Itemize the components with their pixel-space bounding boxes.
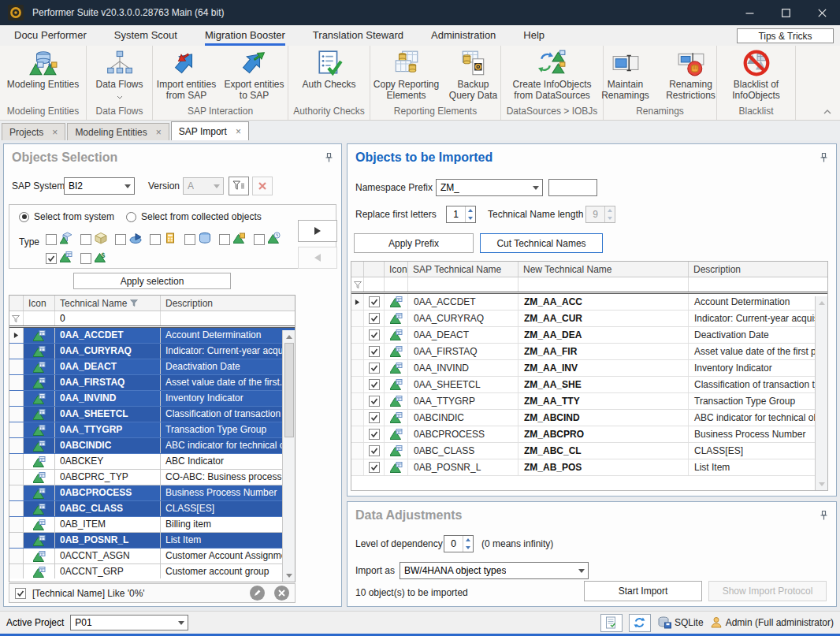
edit-filter-button[interactable] [229, 177, 249, 195]
export-sap-button[interactable]: Export entities to SAP [221, 48, 288, 101]
copy-reporting-button[interactable]: Copy Reporting Elements [370, 48, 444, 101]
type-option-keyfigure[interactable]: $ [80, 251, 115, 266]
scrollbar-thumb[interactable] [284, 343, 294, 437]
minimize-button[interactable] [731, 0, 768, 25]
column-header-description[interactable]: Description [689, 262, 827, 277]
table-row[interactable]: 0ACCNT_ASGNCustomer Account Assignme... [9, 549, 295, 564]
vertical-scrollbar[interactable] [282, 330, 295, 582]
renaming-restrictions-button[interactable]: Renaming Restrictions [657, 48, 725, 101]
table-row[interactable]: 0AA_CURYRAQIndicator: Current-year acqu.… [9, 344, 295, 359]
menu-translation-steward[interactable]: Translation Steward [313, 25, 403, 46]
backup-query-button[interactable]: Backup Query Data [445, 48, 502, 101]
pin-icon[interactable] [820, 152, 828, 166]
apply-selection-button[interactable]: Apply selection [73, 273, 231, 289]
table-row[interactable]: 0ABCPROCESSZM_ABCPROBusiness Process Num… [351, 426, 827, 443]
table-row[interactable]: 0AA_CURYRAQZM_AA_CURIndicator: Current-y… [351, 311, 827, 327]
cut-technical-names-button[interactable]: Cut Technical Names [480, 233, 603, 253]
column-header-icon[interactable]: Icon [385, 262, 408, 277]
table-row[interactable]: 0ABC_CLASSZM_ABC_CLCLASS[ES] [351, 443, 827, 459]
filter-row[interactable] [351, 277, 827, 294]
tips-and-tricks-button[interactable]: Tips & Tricks [737, 28, 834, 43]
filter-enabled-checkbox[interactable] [15, 588, 26, 599]
table-row[interactable]: 0ABC_CLASSCLASS[ES] [9, 501, 295, 517]
import-checkbox[interactable] [369, 363, 380, 374]
refresh-button[interactable] [629, 614, 651, 632]
table-row[interactable]: 0AA_TTYGRPZM_AA_TTYTransaction Type Grou… [351, 393, 827, 410]
table-row[interactable]: 0ACCNT_GRPCustomer account group [9, 564, 295, 578]
char-time-checkbox[interactable] [254, 234, 265, 245]
table-row[interactable]: 0ABCKEYABC Indicator [9, 454, 295, 470]
import-as-dropdown[interactable]: BW/4HANA object types [400, 562, 589, 579]
scroll-down-icon[interactable] [283, 569, 295, 582]
table-row[interactable]: 0AB_ITEMBilling item [9, 517, 295, 533]
import-checkbox[interactable] [369, 346, 380, 357]
tab-close-icon[interactable]: × [52, 128, 58, 136]
import-checkbox[interactable] [369, 412, 380, 423]
infoset-checkbox[interactable] [150, 234, 161, 245]
database-checkbox[interactable] [184, 234, 195, 245]
menu-migration-booster[interactable]: Migration Booster [205, 25, 285, 46]
characteristic-checkbox[interactable] [46, 253, 57, 264]
modeling-entities-button[interactable]: Modeling Entities [6, 48, 81, 90]
user-status[interactable]: Admin (Full administrator) [710, 616, 834, 629]
namespace-prefix-dropdown[interactable]: ZM_ [436, 179, 543, 196]
report-button[interactable] [600, 614, 623, 632]
table-row[interactable]: 0AA_INVINDInventory Indicator [9, 391, 295, 407]
spin-up-icon[interactable] [466, 206, 475, 214]
import-checkbox[interactable] [369, 445, 380, 456]
start-import-button[interactable]: Start Import [584, 581, 702, 601]
level-of-dependency-stepper[interactable]: 0 [444, 535, 474, 552]
type-option-characteristic[interactable] [46, 251, 80, 266]
table-row[interactable]: 0AB_POSNR_LList Item [9, 533, 295, 549]
maintain-renamings-button[interactable]: Maintain Renamings [596, 48, 656, 101]
table-row[interactable]: 0AA_ACCDETAccount Determination [9, 328, 295, 344]
pin-icon[interactable] [325, 152, 333, 166]
column-header-new-technical-name[interactable]: New Technical Name [518, 262, 689, 277]
blacklist-infoobjects-button[interactable]: Blacklist of InfoObjects [719, 48, 794, 101]
scroll-down-icon[interactable] [816, 478, 827, 490]
column-header-technical-name[interactable]: Technical Name [55, 296, 161, 311]
table-row[interactable]: 0ABCINDICZM_ABCINDABC indicator for tech… [351, 410, 827, 426]
import-checkbox[interactable] [369, 396, 380, 407]
char-attribute-checkbox[interactable] [219, 234, 230, 245]
table-row[interactable]: 0AA_SHEETCLZM_AA_SHEClassification of tr… [351, 377, 827, 393]
dso-checkbox[interactable] [115, 234, 126, 245]
scroll-up-icon[interactable] [816, 296, 827, 309]
spin-down-icon[interactable] [466, 214, 475, 222]
spin-down-icon[interactable] [463, 544, 473, 552]
import-checkbox[interactable] [369, 329, 380, 340]
menu-administration[interactable]: Administration [431, 25, 496, 46]
pin-icon[interactable] [820, 510, 828, 523]
vertical-scrollbar[interactable] [815, 296, 827, 490]
multiprovider-checkbox[interactable] [46, 234, 57, 245]
table-row[interactable]: 0AA_DEACTDeactivation Date [9, 359, 295, 375]
close-filter-icon[interactable] [274, 586, 289, 601]
import-checkbox[interactable] [369, 379, 380, 390]
type-option-infoset[interactable] [150, 232, 184, 247]
create-infoobjects-button[interactable]: Create InfoObjects from DataSources [503, 48, 602, 101]
table-row[interactable]: 0AA_TTYGRPTransaction Type Group [9, 422, 295, 438]
type-option-multiprovider[interactable] [46, 232, 80, 247]
table-row[interactable]: 0ABCPRC_TYPCO-ABC: Business process t... [9, 470, 295, 485]
spin-up-icon[interactable] [463, 536, 473, 544]
apply-prefix-button[interactable]: Apply Prefix [354, 233, 474, 253]
infocube-checkbox[interactable] [80, 234, 91, 245]
type-option-char-attribute[interactable] [219, 232, 254, 247]
scroll-up-icon[interactable] [283, 330, 295, 343]
tab-close-icon[interactable]: × [236, 128, 241, 136]
type-option-infocube[interactable] [80, 232, 115, 247]
import-checkbox[interactable] [369, 296, 380, 307]
table-row[interactable]: 0AA_DEACTZM_AA_DEADeactivation Date [351, 327, 827, 344]
menu-help[interactable]: Help [523, 25, 545, 46]
ribbon-collapse-chevron-icon[interactable] [823, 106, 832, 117]
import-sap-button[interactable]: Import entities from SAP [154, 48, 220, 101]
column-header-icon[interactable]: Icon [24, 296, 55, 311]
import-checkbox[interactable] [369, 313, 380, 324]
replace-first-letters-stepper[interactable]: 1 [446, 206, 476, 223]
tab-sap-import[interactable]: SAP Import× [171, 121, 249, 140]
filter-row[interactable]: 0 [9, 311, 295, 328]
table-row[interactable]: 0AA_FIRSTAQAsset value date of the first… [9, 375, 295, 391]
type-option-dso[interactable] [115, 232, 150, 247]
menu-docu-performer[interactable]: Docu Performer [14, 25, 87, 46]
tab-projects[interactable]: Projects× [2, 123, 65, 140]
